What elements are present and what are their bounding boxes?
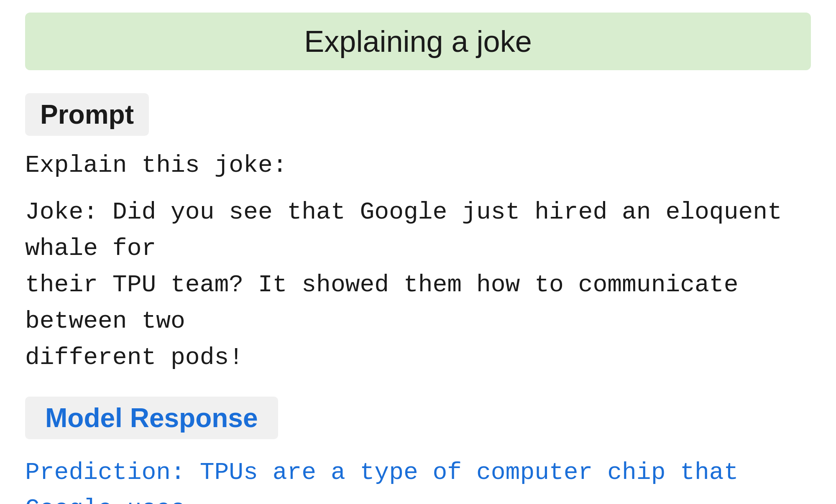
page-container: Explaining a joke Prompt Explain this jo… xyxy=(0,0,836,504)
prompt-badge: Prompt xyxy=(25,93,149,136)
prompt-badge-label: Prompt xyxy=(40,99,134,130)
response-text: Prediction: TPUs are a type of computer … xyxy=(25,454,811,504)
model-response-badge-label: Model Response xyxy=(45,403,258,433)
prompt-instruction: Explain this joke: xyxy=(25,148,811,182)
title-bar: Explaining a joke xyxy=(25,13,811,70)
joke-text: Joke: Did you see that Google just hired… xyxy=(25,194,811,376)
page-title: Explaining a joke xyxy=(304,25,532,58)
model-response-badge: Model Response xyxy=(25,397,278,439)
